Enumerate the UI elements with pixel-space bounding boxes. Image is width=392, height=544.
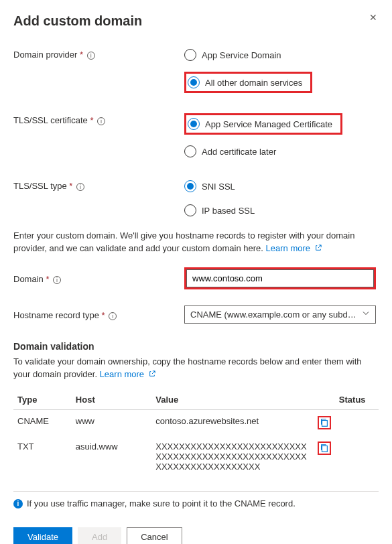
hostname-records-table: Type Host Value Status CNAME www contoso… bbox=[13, 390, 379, 478]
chevron-down-icon bbox=[362, 310, 370, 320]
cancel-button[interactable]: Cancel bbox=[127, 527, 182, 544]
learn-more-link[interactable]: Learn more bbox=[100, 369, 155, 379]
copy-icon[interactable] bbox=[318, 416, 331, 429]
info-icon[interactable]: i bbox=[53, 276, 61, 284]
hostname-record-type-select[interactable]: CNAME (www.example.com or any subdo… bbox=[184, 305, 376, 324]
traffic-manager-note: i If you use traffic manager, make sure … bbox=[13, 491, 379, 508]
table-row: TXT asuid.www XXXXXXXXXXXXXXXXXXXXXXXXXX… bbox=[13, 435, 379, 478]
th-host: Host bbox=[72, 390, 151, 410]
add-button: Add bbox=[78, 527, 121, 544]
tls-cert-label: TLS/SSL certificate * i bbox=[13, 113, 184, 125]
validate-button[interactable]: Validate bbox=[13, 527, 72, 544]
info-icon[interactable]: i bbox=[76, 183, 84, 191]
radio-add-cert-later[interactable]: Add certificate later bbox=[184, 144, 342, 159]
th-status: Status bbox=[335, 390, 379, 410]
close-icon[interactable]: ✕ bbox=[369, 12, 377, 23]
radio-app-service-managed-cert[interactable]: App Service Managed Certificate bbox=[188, 117, 336, 131]
external-link-icon bbox=[312, 243, 322, 253]
description-text: Enter your custom domain. We'll give you… bbox=[13, 230, 379, 255]
validation-text: To validate your domain ownership, copy … bbox=[13, 356, 379, 381]
th-type: Type bbox=[13, 390, 72, 410]
info-icon: i bbox=[13, 499, 23, 508]
domain-provider-label: Domain provider * i bbox=[13, 48, 184, 60]
hostname-record-type-label: Hostname record type * i bbox=[13, 308, 184, 320]
svg-rect-0 bbox=[322, 421, 327, 427]
radio-sni-ssl[interactable]: SNI SSL bbox=[184, 179, 259, 194]
domain-validation-heading: Domain validation bbox=[13, 341, 379, 352]
radio-ip-based-ssl[interactable]: IP based SSL bbox=[184, 203, 259, 218]
domain-input[interactable] bbox=[186, 269, 374, 287]
page-title: Add custom domain bbox=[13, 13, 379, 29]
external-link-icon bbox=[146, 369, 155, 379]
copy-icon[interactable] bbox=[318, 441, 331, 455]
radio-app-service-domain[interactable]: App Service Domain bbox=[184, 48, 312, 62]
domain-label: Domain * i bbox=[13, 272, 184, 284]
th-value: Value bbox=[151, 390, 312, 410]
radio-all-other-domain-services[interactable]: All other domain services bbox=[188, 75, 306, 90]
tls-type-label: TLS/SSL type * i bbox=[13, 179, 184, 191]
info-icon[interactable]: i bbox=[97, 117, 105, 125]
svg-rect-1 bbox=[322, 446, 327, 452]
learn-more-link[interactable]: Learn more bbox=[266, 243, 322, 253]
info-icon[interactable]: i bbox=[109, 312, 117, 320]
info-icon[interactable]: i bbox=[87, 52, 95, 60]
table-row: CNAME www contoso.azurewebsites.net bbox=[13, 410, 379, 436]
